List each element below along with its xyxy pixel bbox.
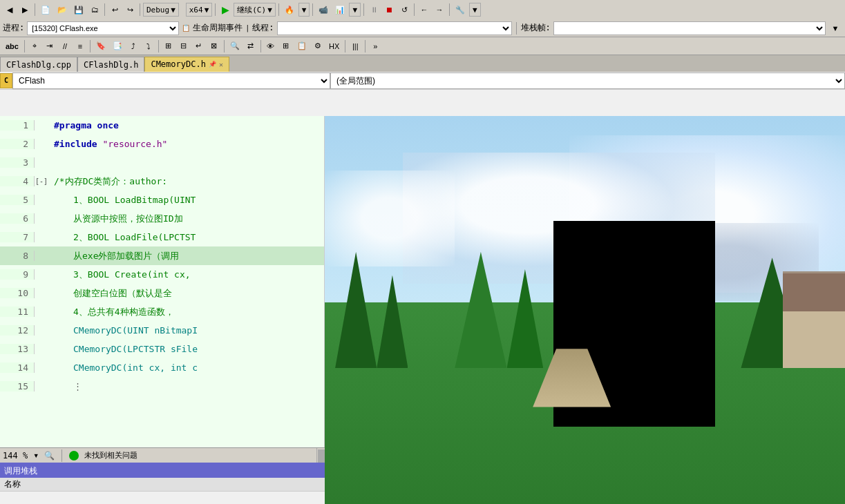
scroll-thumb[interactable]: [318, 449, 325, 463]
replace-btn[interactable]: ⇄: [244, 39, 258, 53]
separator2: [104, 3, 105, 16]
redo-button[interactable]: ↪: [123, 3, 137, 17]
bookmark2-btn[interactable]: 📑: [110, 39, 125, 53]
comment-btn[interactable]: //: [58, 39, 72, 53]
tab-cflashdlg-cpp[interactable]: CFlashDlg.cpp: [0, 57, 77, 72]
search-icon[interactable]: 🔍: [44, 451, 55, 461]
wrap-btn[interactable]: ↵: [192, 39, 206, 53]
line-content-2: #include "resource.h": [48, 139, 167, 149]
tab-cflashdlg-h[interactable]: CFlashDlg.h: [77, 57, 144, 72]
class-select[interactable]: CFlash: [12, 72, 330, 89]
line-num-6: 6: [0, 213, 35, 224]
continue-dropdown[interactable]: 继续(C) ▼: [234, 3, 276, 17]
pause-button[interactable]: ⏸: [367, 3, 381, 17]
tab-label-cflashdlg-cpp: CFlashDlg.cpp: [6, 60, 71, 70]
save-all-button[interactable]: 🗂: [88, 3, 102, 17]
disasm-btn[interactable]: ⚙: [311, 39, 325, 53]
continue-arrow: ▼: [267, 6, 272, 14]
register-btn[interactable]: 📋: [294, 39, 310, 53]
line-content-11: 4、总共有4种构造函数，: [48, 306, 174, 318]
column-btn[interactable]: |||: [348, 39, 362, 53]
class-icon: C: [0, 73, 12, 88]
debug-dropdown[interactable]: Debug ▼: [143, 3, 179, 17]
status-indicator: [69, 451, 79, 461]
split-btn[interactable]: ⊠: [207, 39, 221, 53]
cursor-btn[interactable]: ⌖: [28, 39, 41, 53]
thread-select[interactable]: [277, 21, 512, 35]
stack-arrow-btn[interactable]: ▼: [828, 21, 842, 35]
tools-dropdown[interactable]: ▼: [469, 3, 481, 17]
save-button[interactable]: 💾: [71, 3, 86, 17]
tools-button[interactable]: 🔧: [453, 3, 468, 17]
line-num-13: 13: [0, 344, 35, 354]
hex-btn[interactable]: HX: [326, 39, 342, 53]
sep-thread: [516, 22, 517, 35]
code-line-8: 8 从exe外部加载图片（调用: [0, 246, 324, 265]
undo-button[interactable]: ↩: [108, 3, 122, 17]
more-btn[interactable]: »: [368, 39, 382, 53]
process-select[interactable]: [15320] CFlash.exe: [27, 21, 179, 35]
line-content-5: 1、BOOL LoadBitmap(UINT: [48, 194, 196, 206]
platform-dropdown[interactable]: x64 ▼: [186, 3, 213, 17]
image-viewer: [325, 116, 845, 504]
line-num-8: 8: [0, 251, 35, 261]
status-sep1: [61, 449, 62, 462]
stop-button[interactable]: ⏹: [382, 3, 396, 17]
scope-select[interactable]: (全局范围): [330, 72, 845, 89]
scrollbar[interactable]: [316, 448, 325, 463]
callstack-title-text: 调用堆栈: [4, 465, 37, 477]
tab-close-cmemorydch[interactable]: ✕: [219, 61, 223, 68]
separator1: [35, 3, 35, 16]
line-content-10: 创建空白位图（默认是全: [48, 287, 172, 300]
find-btn[interactable]: 🔍: [227, 39, 243, 53]
nav-left-button[interactable]: ←: [417, 3, 431, 17]
collapse-4[interactable]: [-]: [35, 177, 48, 185]
line-content-4: /*内存DC类简介：author:: [48, 175, 167, 188]
indent-btn[interactable]: ⇥: [43, 39, 57, 53]
back-button[interactable]: ◀: [3, 3, 17, 17]
tree-left-2: [377, 275, 408, 368]
abc-button[interactable]: abc: [3, 39, 21, 53]
code-line-12: 12 CMemoryDC(UINT nBitmapI: [0, 321, 324, 340]
line-num-5: 5: [0, 195, 35, 205]
list-btn[interactable]: ≡: [73, 39, 87, 53]
line-num-4: 4: [0, 176, 35, 186]
code-line-1: 1 #pragma once: [0, 116, 324, 135]
line-content-12: CMemoryDC(UINT nBitmapI: [48, 325, 198, 336]
code-editor[interactable]: 1 #pragma once 2 #include "resource.h": [0, 116, 325, 504]
play-button[interactable]: ▶: [218, 3, 232, 17]
chart-button[interactable]: 📊: [332, 3, 348, 17]
lifecycle-icon: 📋: [182, 24, 190, 32]
open-file-button[interactable]: 📂: [55, 3, 70, 17]
bookmark-btn[interactable]: 🔖: [93, 39, 108, 53]
nav-right-button[interactable]: →: [433, 3, 446, 17]
callstack-header: 名称: [0, 478, 325, 492]
zoom-dropdown-btn[interactable]: ▼: [29, 450, 43, 461]
separator8: [414, 3, 415, 16]
bookmark3-btn[interactable]: ⤴: [126, 39, 140, 53]
thread-sep: |: [245, 24, 249, 32]
building-right: [783, 271, 845, 369]
stack-select[interactable]: [553, 21, 826, 35]
align-btn[interactable]: ⊞: [162, 39, 175, 53]
record-button[interactable]: 📹: [316, 3, 331, 17]
record-dropdown[interactable]: ▼: [349, 3, 361, 17]
memory-btn[interactable]: ⊞: [279, 39, 293, 53]
watch-btn[interactable]: 👁: [264, 39, 278, 53]
new-file-button[interactable]: 📄: [38, 3, 53, 17]
format-btn[interactable]: ⊟: [177, 39, 191, 53]
tree-center-1: [455, 252, 506, 369]
panorama-scene: [325, 116, 845, 504]
abc-sep1: [24, 40, 25, 52]
flame-button[interactable]: 🔥: [282, 3, 297, 17]
flame-dropdown[interactable]: ▼: [298, 3, 310, 17]
abc-sep3: [158, 40, 159, 52]
restart-button[interactable]: ↺: [397, 3, 411, 17]
forward-button[interactable]: ▶: [18, 3, 32, 17]
separator4: [215, 3, 216, 16]
line-num-11: 11: [0, 307, 35, 317]
code-lines: 1 #pragma once 2 #include "resource.h": [0, 116, 324, 396]
tab-cmemorydch[interactable]: CMemoryDC.h 📌 ✕: [144, 57, 229, 72]
line-content-14: CMemoryDC(int cx, int c: [48, 362, 198, 373]
bookmark4-btn[interactable]: ⤵: [142, 39, 155, 53]
